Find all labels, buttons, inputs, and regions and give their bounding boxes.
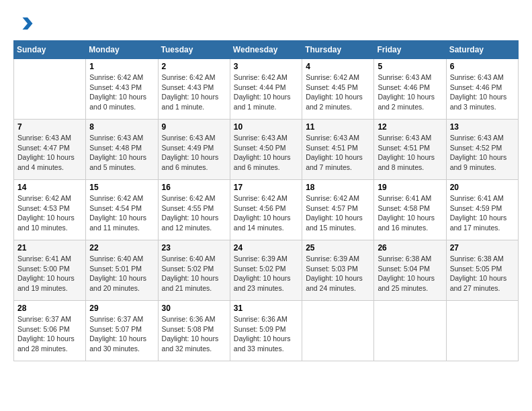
day-cell	[446, 301, 518, 361]
day-cell: 7 Sunrise: 6:43 AMSunset: 4:47 PMDayligh…	[14, 120, 86, 180]
logo	[13, 13, 36, 34]
day-number: 4	[306, 62, 370, 71]
day-number: 7	[17, 122, 82, 132]
day-cell: 19 Sunrise: 6:41 AMSunset: 4:58 PMDaylig…	[374, 180, 446, 240]
weekday-header-friday: Friday	[374, 41, 446, 59]
day-cell: 29 Sunrise: 6:37 AMSunset: 5:07 PMDaylig…	[86, 301, 158, 361]
day-number: 26	[378, 243, 442, 253]
svg-marker-0	[23, 17, 33, 30]
day-info: Sunrise: 6:42 AMSunset: 4:45 PMDaylight:…	[306, 73, 363, 111]
day-cell: 28 Sunrise: 6:37 AMSunset: 5:06 PMDaylig…	[14, 301, 86, 361]
day-number: 15	[89, 183, 154, 192]
day-info: Sunrise: 6:40 AMSunset: 5:02 PMDaylight:…	[162, 255, 219, 292]
day-number: 28	[17, 304, 82, 313]
day-info: Sunrise: 6:43 AMSunset: 4:52 PMDaylight:…	[450, 134, 507, 171]
weekday-row: SundayMondayTuesdayWednesdayThursdayFrid…	[14, 41, 519, 59]
day-cell: 5 Sunrise: 6:43 AMSunset: 4:46 PMDayligh…	[374, 59, 446, 120]
day-info: Sunrise: 6:39 AMSunset: 5:03 PMDaylight:…	[306, 255, 363, 292]
day-cell: 11 Sunrise: 6:43 AMSunset: 4:51 PMDaylig…	[302, 120, 374, 180]
day-info: Sunrise: 6:41 AMSunset: 4:58 PMDaylight:…	[378, 194, 435, 232]
day-number: 8	[89, 122, 154, 132]
day-info: Sunrise: 6:42 AMSunset: 4:57 PMDaylight:…	[306, 194, 363, 232]
day-cell: 4 Sunrise: 6:42 AMSunset: 4:45 PMDayligh…	[302, 59, 374, 120]
day-cell: 27 Sunrise: 6:38 AMSunset: 5:05 PMDaylig…	[446, 240, 518, 301]
week-row-5: 28 Sunrise: 6:37 AMSunset: 5:06 PMDaylig…	[14, 301, 519, 361]
day-number: 6	[450, 62, 515, 71]
day-cell	[14, 59, 86, 120]
day-number: 16	[162, 183, 226, 192]
day-cell: 30 Sunrise: 6:36 AMSunset: 5:08 PMDaylig…	[158, 301, 230, 361]
day-cell: 15 Sunrise: 6:42 AMSunset: 4:54 PMDaylig…	[86, 180, 158, 240]
day-info: Sunrise: 6:42 AMSunset: 4:43 PMDaylight:…	[89, 73, 146, 111]
day-cell: 8 Sunrise: 6:43 AMSunset: 4:48 PMDayligh…	[86, 120, 158, 180]
day-info: Sunrise: 6:37 AMSunset: 5:07 PMDaylight:…	[89, 315, 146, 353]
day-number: 21	[17, 243, 82, 253]
day-number: 29	[89, 304, 154, 313]
day-cell: 6 Sunrise: 6:43 AMSunset: 4:46 PMDayligh…	[446, 59, 518, 120]
day-number: 25	[306, 243, 370, 253]
day-number: 3	[234, 62, 298, 71]
day-info: Sunrise: 6:42 AMSunset: 4:43 PMDaylight:…	[162, 73, 219, 111]
weekday-header-monday: Monday	[86, 41, 158, 59]
day-number: 19	[378, 183, 442, 192]
day-number: 31	[234, 304, 298, 313]
weekday-header-saturday: Saturday	[446, 41, 518, 59]
weekday-header-tuesday: Tuesday	[158, 41, 230, 59]
day-number: 2	[162, 62, 226, 71]
day-cell: 9 Sunrise: 6:43 AMSunset: 4:49 PMDayligh…	[158, 120, 230, 180]
week-row-2: 7 Sunrise: 6:43 AMSunset: 4:47 PMDayligh…	[14, 120, 519, 180]
day-cell: 17 Sunrise: 6:42 AMSunset: 4:56 PMDaylig…	[230, 180, 302, 240]
day-info: Sunrise: 6:41 AMSunset: 5:00 PMDaylight:…	[17, 255, 75, 292]
day-number: 30	[162, 304, 226, 313]
day-info: Sunrise: 6:42 AMSunset: 4:56 PMDaylight:…	[234, 194, 291, 232]
day-info: Sunrise: 6:42 AMSunset: 4:53 PMDaylight:…	[17, 194, 75, 232]
day-cell	[302, 301, 374, 361]
day-info: Sunrise: 6:43 AMSunset: 4:47 PMDaylight:…	[17, 134, 75, 171]
day-number: 14	[17, 183, 82, 192]
day-cell: 3 Sunrise: 6:42 AMSunset: 4:44 PMDayligh…	[230, 59, 302, 120]
week-row-3: 14 Sunrise: 6:42 AMSunset: 4:53 PMDaylig…	[14, 180, 519, 240]
day-info: Sunrise: 6:43 AMSunset: 4:50 PMDaylight:…	[234, 134, 291, 171]
day-number: 9	[162, 122, 226, 132]
day-cell: 26 Sunrise: 6:38 AMSunset: 5:04 PMDaylig…	[374, 240, 446, 301]
day-number: 1	[89, 62, 154, 71]
day-cell: 16 Sunrise: 6:42 AMSunset: 4:55 PMDaylig…	[158, 180, 230, 240]
day-info: Sunrise: 6:43 AMSunset: 4:51 PMDaylight:…	[378, 134, 435, 171]
day-number: 10	[234, 122, 298, 132]
day-info: Sunrise: 6:43 AMSunset: 4:46 PMDaylight:…	[450, 73, 507, 111]
day-info: Sunrise: 6:43 AMSunset: 4:51 PMDaylight:…	[306, 134, 363, 171]
day-info: Sunrise: 6:41 AMSunset: 4:59 PMDaylight:…	[450, 194, 507, 232]
day-info: Sunrise: 6:36 AMSunset: 5:09 PMDaylight:…	[234, 315, 291, 353]
calendar-table: SundayMondayTuesdayWednesdayThursdayFrid…	[13, 40, 519, 361]
day-number: 12	[378, 122, 442, 132]
day-cell: 1 Sunrise: 6:42 AMSunset: 4:43 PMDayligh…	[86, 59, 158, 120]
day-info: Sunrise: 6:42 AMSunset: 4:44 PMDaylight:…	[234, 73, 291, 111]
day-number: 13	[450, 122, 515, 132]
day-cell: 18 Sunrise: 6:42 AMSunset: 4:57 PMDaylig…	[302, 180, 374, 240]
day-number: 24	[234, 243, 298, 253]
day-info: Sunrise: 6:39 AMSunset: 5:02 PMDaylight:…	[234, 255, 291, 292]
day-cell: 31 Sunrise: 6:36 AMSunset: 5:09 PMDaylig…	[230, 301, 302, 361]
day-cell: 2 Sunrise: 6:42 AMSunset: 4:43 PMDayligh…	[158, 59, 230, 120]
day-cell: 25 Sunrise: 6:39 AMSunset: 5:03 PMDaylig…	[302, 240, 374, 301]
week-row-1: 1 Sunrise: 6:42 AMSunset: 4:43 PMDayligh…	[14, 59, 519, 120]
day-number: 27	[450, 243, 515, 253]
page-header	[13, 13, 519, 34]
day-cell: 14 Sunrise: 6:42 AMSunset: 4:53 PMDaylig…	[14, 180, 86, 240]
day-info: Sunrise: 6:43 AMSunset: 4:49 PMDaylight:…	[162, 134, 219, 171]
day-info: Sunrise: 6:36 AMSunset: 5:08 PMDaylight:…	[162, 315, 219, 353]
day-cell: 24 Sunrise: 6:39 AMSunset: 5:02 PMDaylig…	[230, 240, 302, 301]
calendar-header: SundayMondayTuesdayWednesdayThursdayFrid…	[14, 41, 519, 59]
week-row-4: 21 Sunrise: 6:41 AMSunset: 5:00 PMDaylig…	[14, 240, 519, 301]
day-cell: 21 Sunrise: 6:41 AMSunset: 5:00 PMDaylig…	[14, 240, 86, 301]
day-info: Sunrise: 6:43 AMSunset: 4:48 PMDaylight:…	[89, 134, 146, 171]
day-info: Sunrise: 6:43 AMSunset: 4:46 PMDaylight:…	[378, 73, 435, 111]
day-cell: 10 Sunrise: 6:43 AMSunset: 4:50 PMDaylig…	[230, 120, 302, 180]
day-info: Sunrise: 6:38 AMSunset: 5:04 PMDaylight:…	[378, 255, 435, 292]
day-cell: 23 Sunrise: 6:40 AMSunset: 5:02 PMDaylig…	[158, 240, 230, 301]
day-number: 11	[306, 122, 370, 132]
weekday-header-sunday: Sunday	[14, 41, 86, 59]
calendar-body: 1 Sunrise: 6:42 AMSunset: 4:43 PMDayligh…	[14, 59, 519, 361]
day-number: 5	[378, 62, 442, 71]
day-info: Sunrise: 6:42 AMSunset: 4:54 PMDaylight:…	[89, 194, 146, 232]
